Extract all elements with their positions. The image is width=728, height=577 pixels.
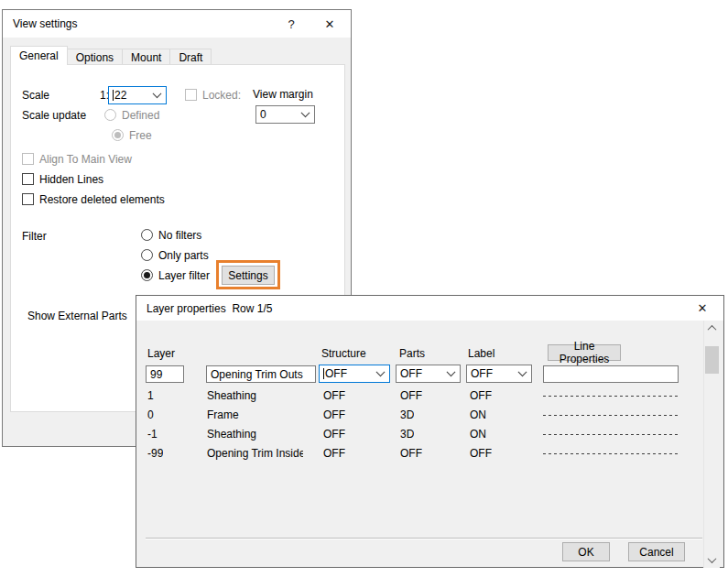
scale-label: Scale bbox=[22, 89, 49, 102]
line-style-preview bbox=[543, 434, 679, 435]
row-parts: 3D bbox=[400, 408, 414, 421]
label-combobox[interactable]: OFF bbox=[466, 365, 532, 383]
scale-combobox[interactable]: 22 bbox=[108, 86, 167, 104]
row-name: Opening Trim Inside bbox=[207, 447, 303, 460]
table-row[interactable]: -99 Opening Trim Inside OFF OFF OFF bbox=[136, 444, 704, 463]
no-filters-radio[interactable] bbox=[141, 229, 153, 241]
row-label: ON bbox=[470, 428, 486, 441]
align-to-main-view-checkbox[interactable] bbox=[22, 153, 34, 165]
layer-name-input[interactable]: Opening Trim Outs bbox=[206, 365, 316, 383]
view-margin-combobox[interactable]: 0 bbox=[255, 105, 315, 124]
column-header-parts: Parts bbox=[399, 347, 425, 360]
parts-combobox[interactable]: OFF bbox=[396, 365, 461, 383]
row-label: OFF bbox=[470, 447, 492, 460]
restore-deleted-elements-checkbox[interactable] bbox=[22, 193, 34, 205]
scroll-down-button[interactable] bbox=[704, 552, 720, 568]
chevron-up-icon bbox=[708, 325, 717, 334]
layer-properties-title: Layer properties Row 1/5 bbox=[136, 302, 681, 315]
only-parts-radio[interactable] bbox=[141, 249, 153, 261]
locked-checkbox[interactable] bbox=[185, 89, 197, 101]
table-row[interactable]: 0 Frame OFF 3D ON bbox=[136, 406, 704, 425]
tab-options[interactable]: Options bbox=[67, 49, 123, 65]
row-label: ON bbox=[470, 408, 486, 421]
chevron-down-icon bbox=[518, 367, 527, 376]
free-radio-label: Free bbox=[129, 129, 152, 142]
view-settings-titlebar: View settings ? ✕ bbox=[3, 10, 351, 38]
restore-deleted-elements-label: Restore deleted elements bbox=[39, 193, 165, 206]
chevron-down-icon bbox=[301, 108, 310, 117]
close-icon[interactable]: ✕ bbox=[309, 10, 351, 38]
structure-combobox[interactable]: OFF bbox=[319, 365, 390, 383]
row-parts: OFF bbox=[400, 447, 422, 460]
chevron-down-icon bbox=[447, 367, 456, 376]
help-icon[interactable]: ? bbox=[274, 10, 309, 38]
tab-draft[interactable]: Draft bbox=[169, 49, 212, 65]
layer-filter-label: Layer filter bbox=[158, 269, 210, 282]
row-layer: -1 bbox=[147, 428, 158, 441]
view-settings-tabs: General Options Mount Draft bbox=[10, 46, 212, 65]
chevron-down-icon bbox=[153, 89, 162, 98]
table-row[interactable]: -1 Sheathing OFF 3D ON bbox=[136, 425, 704, 444]
row-name: Frame bbox=[207, 408, 303, 421]
layer-properties-dialog: Layer properties Row 1/5 ✕ Layer Structu… bbox=[136, 295, 724, 568]
hidden-lines-label: Hidden Lines bbox=[39, 173, 103, 186]
line-style-preview bbox=[543, 415, 679, 416]
column-header-label: Label bbox=[468, 347, 494, 360]
no-filters-label: No filters bbox=[158, 229, 201, 242]
line-properties-button[interactable]: Line Properties bbox=[548, 344, 621, 361]
layer-number-input[interactable]: 99 bbox=[146, 365, 184, 383]
scroll-up-button[interactable] bbox=[704, 321, 720, 336]
column-header-structure: Structure bbox=[321, 347, 366, 360]
table-row[interactable]: 1 Sheathing OFF OFF OFF bbox=[136, 386, 704, 406]
row-structure: OFF bbox=[323, 408, 345, 421]
row-name: Sheathing bbox=[207, 428, 303, 441]
only-parts-label: Only parts bbox=[158, 249, 209, 262]
scale-update-label: Scale update bbox=[22, 109, 86, 122]
line-style-preview bbox=[543, 453, 679, 454]
filter-label: Filter bbox=[22, 230, 47, 243]
divider bbox=[146, 538, 702, 539]
layer-properties-titlebar: Layer properties Row 1/5 ✕ bbox=[136, 296, 723, 321]
scrollbar-thumb[interactable] bbox=[705, 346, 719, 374]
view-settings-title: View settings bbox=[3, 17, 274, 30]
text-caret bbox=[113, 90, 114, 101]
hidden-lines-checkbox[interactable] bbox=[22, 173, 34, 185]
locked-label: Locked: bbox=[202, 89, 241, 102]
row-structure: OFF bbox=[323, 447, 345, 460]
row-layer: 1 bbox=[147, 389, 154, 402]
line-properties-input[interactable] bbox=[543, 365, 679, 383]
row-layer: 0 bbox=[147, 408, 154, 421]
text-caret bbox=[323, 368, 324, 379]
row-name: Sheathing bbox=[207, 389, 303, 402]
row-layer: -99 bbox=[147, 447, 163, 460]
tab-general[interactable]: General bbox=[10, 46, 68, 65]
vertical-scrollbar[interactable] bbox=[703, 321, 720, 568]
show-external-parts-label: Show External Parts bbox=[27, 310, 127, 322]
tab-mount[interactable]: Mount bbox=[122, 49, 170, 65]
annotation-highlight bbox=[216, 260, 280, 289]
close-icon[interactable]: ✕ bbox=[681, 296, 723, 321]
defined-radio-label: Defined bbox=[122, 109, 159, 122]
cancel-button[interactable]: Cancel bbox=[628, 542, 685, 561]
chevron-down-icon bbox=[708, 554, 717, 563]
desktop-background: View settings ? ✕ General Options Mount … bbox=[0, 0, 728, 577]
row-parts: OFF bbox=[400, 389, 422, 402]
line-style-preview bbox=[543, 396, 679, 397]
view-margin-label: View margin bbox=[253, 88, 313, 101]
row-structure: OFF bbox=[323, 428, 345, 441]
column-header-layer: Layer bbox=[147, 347, 175, 360]
align-to-main-view-label: Align To Main View bbox=[39, 153, 132, 166]
layer-filter-radio[interactable] bbox=[141, 269, 153, 281]
row-parts: 3D bbox=[400, 428, 414, 441]
ok-button[interactable]: OK bbox=[562, 542, 610, 561]
free-radio[interactable] bbox=[112, 129, 124, 141]
defined-radio[interactable] bbox=[104, 109, 116, 121]
chevron-down-icon bbox=[376, 367, 386, 376]
row-structure: OFF bbox=[323, 389, 345, 402]
row-label: OFF bbox=[470, 389, 492, 402]
